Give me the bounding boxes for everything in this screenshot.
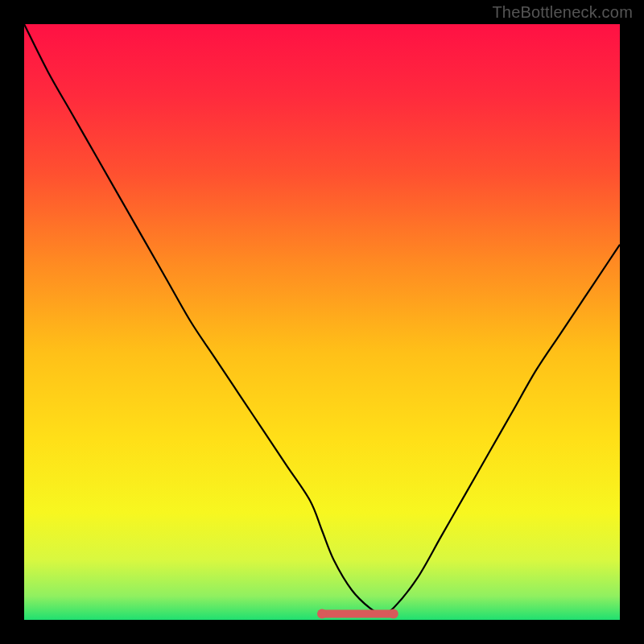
svg-point-1: [317, 609, 327, 619]
chart-plot-area: [24, 24, 620, 620]
trough-highlight: [317, 609, 398, 619]
svg-point-2: [389, 609, 398, 619]
watermark-text: TheBottleneck.com: [492, 3, 633, 22]
chart-svg: [24, 24, 620, 620]
